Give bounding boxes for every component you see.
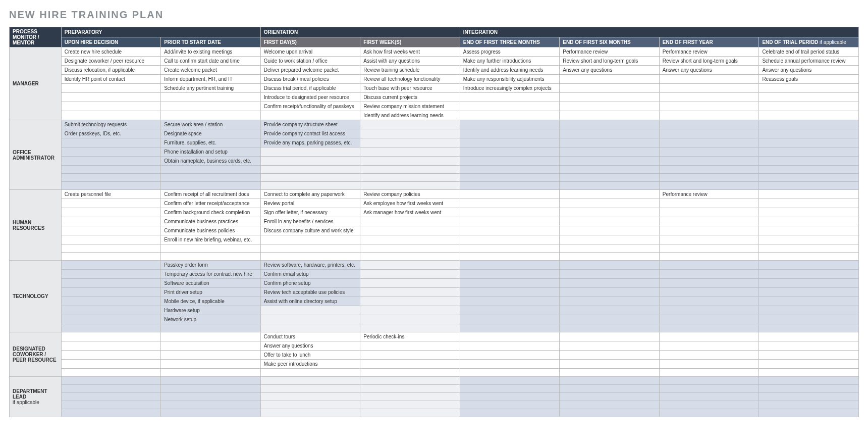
cell: Ask manager how first weeks went [360, 208, 460, 217]
cell: Introduce increasingly complex projects [460, 84, 560, 93]
cell [560, 393, 660, 401]
cell: Inform department, HR, and IT [161, 75, 261, 84]
cell [460, 157, 560, 166]
cell [61, 409, 161, 417]
cell [161, 377, 261, 385]
cell [260, 166, 360, 174]
cell [759, 409, 859, 417]
cell [161, 401, 261, 409]
cell: Add/invite to existing meetings [161, 47, 261, 57]
cell: Obtain nameplate, business cards, etc. [161, 157, 261, 166]
cell [659, 182, 759, 190]
cell: Confirm email setup [260, 270, 360, 279]
cell [360, 341, 460, 351]
cell: Software acquisition [161, 279, 261, 288]
cell [560, 324, 660, 332]
header-end-1y: END OF FIRST YEAR [659, 37, 759, 47]
header-first-weeks: FIRST WEEK(S) [360, 37, 460, 47]
cell: Sign offer letter, if necessary [260, 208, 360, 217]
cell [759, 341, 859, 351]
cell [260, 174, 360, 182]
cell [460, 253, 560, 261]
cell [360, 253, 460, 261]
cell [659, 120, 759, 129]
cell [659, 297, 759, 306]
cell [659, 315, 759, 324]
table-row: Order passkeys, IDs, etc.Designate space… [10, 129, 859, 138]
header-end-6m: END OF FIRST SIX MONTHS [560, 37, 660, 47]
cell [260, 182, 360, 190]
cell [560, 226, 660, 235]
cell [161, 409, 261, 417]
cell [360, 235, 460, 244]
cell: Secure work area / station [161, 120, 261, 129]
cell [161, 360, 261, 369]
cell [61, 385, 161, 393]
cell [61, 226, 161, 235]
cell [560, 120, 660, 129]
cell [360, 279, 460, 288]
table-row: Answer any questions [10, 341, 859, 351]
cell [260, 253, 360, 261]
cell [260, 315, 360, 324]
cell [61, 360, 161, 369]
cell [560, 306, 660, 315]
cell: Schedule any pertinent training [161, 84, 261, 93]
cell [260, 147, 360, 157]
table-row: TECHNOLOGYPasskey order formReview softw… [10, 261, 859, 270]
cell [759, 102, 859, 111]
cell [460, 324, 560, 332]
header-integration: INTEGRATION [460, 27, 858, 37]
cell [659, 369, 759, 377]
cell: Discuss company culture and work style [260, 226, 360, 235]
cell: Answer any questions [260, 341, 360, 351]
table-row: Hardware setup [10, 306, 859, 315]
cell [460, 351, 560, 360]
cell [759, 377, 859, 385]
cell [460, 120, 560, 129]
cell [659, 174, 759, 182]
cell: Ask employee how first weeks went [360, 199, 460, 208]
cell [460, 190, 560, 199]
cell [61, 174, 161, 182]
header-row-stages: UPON HIRE DECISION PRIOR TO START DATE F… [10, 37, 859, 47]
cell: Conduct tours [260, 332, 360, 341]
cell: Discuss relocation, if applicable [61, 66, 161, 75]
table-row: Offer to take to lunch [10, 351, 859, 360]
cell: Review all technology functionality [360, 75, 460, 84]
cell [759, 315, 859, 324]
cell [759, 129, 859, 138]
cell [659, 217, 759, 226]
cell [759, 393, 859, 401]
cell [759, 324, 859, 332]
cell [759, 217, 859, 226]
cell [161, 253, 261, 261]
cell [659, 306, 759, 315]
table-row: Confirm offer letter receipt/acceptanceR… [10, 199, 859, 208]
table-row [10, 324, 859, 332]
cell [460, 111, 560, 120]
cell: Communicate business policies [161, 226, 261, 235]
cell: Answer any questions [560, 66, 660, 75]
table-row: MANAGERCreate new hire scheduleAdd/invit… [10, 47, 859, 57]
cell [759, 253, 859, 261]
cell [560, 297, 660, 306]
cell [659, 226, 759, 235]
cell: Communicate business practices [161, 217, 261, 226]
cell [759, 138, 859, 147]
cell: Answer any questions [759, 66, 859, 75]
cell: Discuss trial period, if applicable [260, 84, 360, 93]
cell [61, 147, 161, 157]
cell [759, 385, 859, 393]
cell [460, 377, 560, 385]
cell: Review short and long-term goals [560, 57, 660, 66]
cell: Make any further introductions [460, 57, 560, 66]
cell [659, 261, 759, 270]
cell [61, 377, 161, 385]
cell [659, 166, 759, 174]
cell [759, 270, 859, 279]
cell [659, 93, 759, 102]
cell: Network setup [161, 315, 261, 324]
table-row [10, 166, 859, 174]
cell [560, 288, 660, 297]
